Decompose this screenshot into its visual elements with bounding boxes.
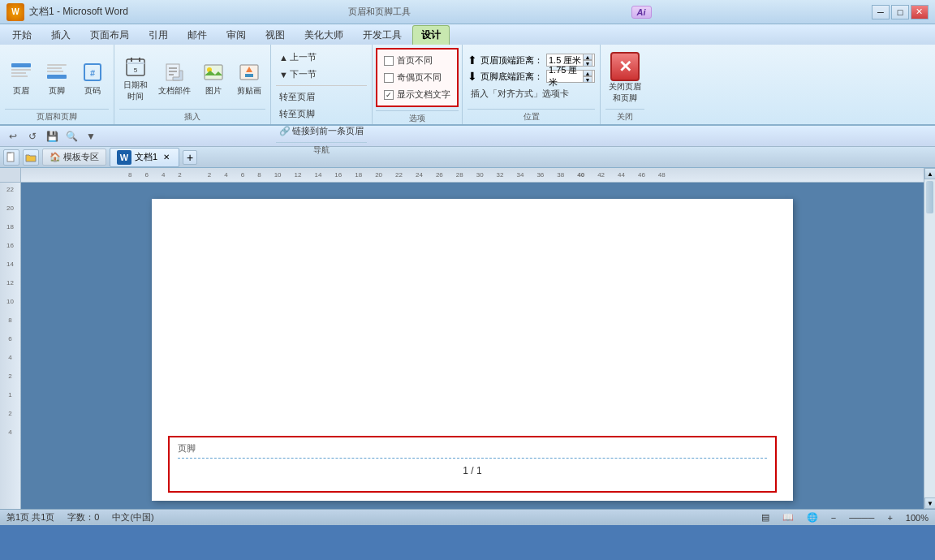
ruler-left-22: 22 xyxy=(6,186,14,193)
ruler-left-18: 18 xyxy=(6,223,14,230)
main-area: 22 20 18 16 14 12 10 8 6 4 2 1 2 4 8642 … xyxy=(0,168,935,509)
undo-button[interactable]: ↩ xyxy=(5,128,21,144)
picture-button[interactable]: 图片 xyxy=(197,58,230,98)
svg-rect-1 xyxy=(11,69,31,71)
scroll-up-button[interactable]: ▲ xyxy=(924,168,935,179)
checkbox-oddeven-different[interactable]: 奇偶页不同 xyxy=(384,71,450,84)
goto-footer-button[interactable]: 转至页脚 xyxy=(276,106,318,122)
next-section-label: 下一节 xyxy=(290,68,317,80)
zoom-in-button[interactable]: + xyxy=(887,513,892,523)
docparts-button[interactable]: 文档部件 xyxy=(155,58,194,98)
ruler-left-10: 10 xyxy=(6,298,14,305)
left-ruler-area: 22 20 18 16 14 12 10 8 6 4 2 1 2 4 xyxy=(0,168,21,509)
ruler-left-14: 14 xyxy=(6,261,14,268)
footer-distance-value: 1.75 厘米 xyxy=(549,64,583,88)
scroll-thumb[interactable] xyxy=(926,181,933,213)
prev-section-button[interactable]: ▲ 上一节 xyxy=(276,50,320,65)
firstpage-checkbox[interactable] xyxy=(384,56,394,66)
doc-tab-close-button[interactable]: ✕ xyxy=(161,152,172,163)
link-to-prev-button[interactable]: 🔗 链接到前一条页眉 xyxy=(276,123,367,139)
footer-distance-input[interactable]: 1.75 厘米 ▲ ▼ xyxy=(546,70,595,83)
tab-review[interactable]: 审阅 xyxy=(218,25,255,45)
svg-rect-24 xyxy=(245,74,253,77)
template-zone[interactable]: 🏠 模板专区 xyxy=(42,149,106,166)
datetime-button[interactable]: 5 日期和时间 xyxy=(119,52,152,104)
ruler-marks: 8642 246810 1214161820 2224262830 323436… xyxy=(23,171,666,179)
add-tab-button[interactable]: + xyxy=(183,150,197,165)
footer-distance-down[interactable]: ▼ xyxy=(583,76,592,83)
headerfooter-group-label: 页眉和页脚 xyxy=(5,109,109,123)
ruler-left-16: 16 xyxy=(6,242,14,249)
view-mode-normal[interactable]: ▤ xyxy=(761,512,769,523)
header-button[interactable]: 页眉 xyxy=(5,58,37,98)
insert-alignment-button[interactable]: 插入「对齐方式」选项卡 xyxy=(468,86,572,101)
svg-rect-12 xyxy=(131,58,132,62)
open-doc-button[interactable] xyxy=(23,149,39,166)
tab-design[interactable]: 设计 xyxy=(412,25,450,45)
svg-rect-2 xyxy=(11,72,26,74)
zoom-out-button[interactable]: − xyxy=(831,513,836,523)
language-status: 中文(中国) xyxy=(112,511,153,523)
close-headerfooter-label: 关闭页眉和页脚 xyxy=(609,81,641,104)
svg-rect-5 xyxy=(47,67,62,69)
svg-rect-17 xyxy=(169,71,177,72)
doc-tab-doc1[interactable]: W 文档1 ✕ xyxy=(110,148,179,167)
tab-pagelayout[interactable]: 页面布局 xyxy=(81,25,138,45)
ruler-corner xyxy=(0,168,21,183)
scroll-down-button[interactable]: ▼ xyxy=(924,498,935,509)
close-headerfooter-icon: ✕ xyxy=(610,52,640,81)
nav-content: ▲ 上一节 ▼ 下一节 转至页眉 转至页脚 🔗 链接到前一条页眉 xyxy=(276,48,367,140)
zoom-slider[interactable]: ──── xyxy=(849,513,874,523)
docparts-label: 文档部件 xyxy=(158,85,191,97)
next-section-icon: ▼ xyxy=(279,70,288,80)
oddeven-checkbox[interactable] xyxy=(384,73,394,83)
new-doc-button[interactable] xyxy=(3,149,19,166)
link-to-prev-label: 链接到前一条页眉 xyxy=(292,125,364,137)
showdoc-checkbox[interactable]: ✓ xyxy=(384,90,394,100)
header-distance-up[interactable]: ▲ xyxy=(583,54,592,60)
maximize-button[interactable]: □ xyxy=(891,5,909,19)
save-button[interactable]: 💾 xyxy=(44,128,60,144)
office-logo: W xyxy=(6,3,24,21)
footer-distance-up[interactable]: ▲ xyxy=(583,70,592,76)
tab-start[interactable]: 开始 xyxy=(3,25,41,45)
headerfooter-buttons: 页眉 页脚 # 页码 xyxy=(5,48,109,107)
pagecode-button[interactable]: # 页码 xyxy=(76,58,109,98)
tab-insert[interactable]: 插入 xyxy=(42,25,80,45)
ruler-left-12: 12 xyxy=(6,279,14,286)
tab-developer[interactable]: 开发工具 xyxy=(354,25,411,45)
scroll-track xyxy=(924,179,935,498)
goto-header-button[interactable]: 转至页眉 xyxy=(276,89,318,105)
status-bar: 第1页 共1页 字数：0 中文(中国) ▤ 📖 🌐 − ──── + 100% xyxy=(0,509,935,525)
clipart-button[interactable]: 剪贴画 xyxy=(233,58,265,98)
tab-view[interactable]: 视图 xyxy=(256,25,294,45)
close-button[interactable]: ✕ xyxy=(911,5,929,19)
view-mode-web[interactable]: 🌐 xyxy=(807,512,818,523)
close-headerfooter-button[interactable]: ✕ 关闭页眉和页脚 xyxy=(609,52,641,104)
doc-tab-label: 文档1 xyxy=(135,151,157,163)
view-mode-read[interactable]: 📖 xyxy=(782,512,794,523)
tab-reference[interactable]: 引用 xyxy=(140,25,177,45)
header-distance-down[interactable]: ▼ xyxy=(583,60,592,67)
tab-mail[interactable]: 邮件 xyxy=(179,25,216,45)
svg-text:5: 5 xyxy=(134,67,138,74)
ribbon-tabs: 开始 插入 页面布局 引用 邮件 审阅 视图 美化大师 开发工具 设计 xyxy=(0,24,935,45)
minimize-button[interactable]: ─ xyxy=(872,5,890,19)
checkbox-show-doctext[interactable]: ✓ 显示文档文字 xyxy=(384,88,450,101)
redo-button[interactable]: ↺ xyxy=(24,128,41,144)
ruler-left-4b: 4 xyxy=(8,429,11,436)
next-section-button[interactable]: ▼ 下一节 xyxy=(276,67,320,82)
qa-dropdown-button[interactable]: ▼ xyxy=(83,128,99,144)
svg-rect-7 xyxy=(47,75,67,79)
search-button[interactable]: 🔍 xyxy=(63,128,80,144)
footer-area[interactable]: 页脚 1 / 1 xyxy=(168,436,777,493)
options-group-label: 选项 xyxy=(376,110,459,124)
footer-button[interactable]: 页脚 xyxy=(41,58,73,98)
insert-align-label: 插入「对齐方式」选项卡 xyxy=(471,88,569,100)
svg-rect-4 xyxy=(47,64,67,66)
checkbox-firstpage-different[interactable]: 首页不同 xyxy=(384,54,450,67)
ruler-left-4: 4 xyxy=(8,354,11,361)
tab-beautify[interactable]: 美化大师 xyxy=(295,25,352,45)
document-container: 页脚 1 / 1 xyxy=(21,183,924,509)
svg-rect-0 xyxy=(11,63,31,67)
